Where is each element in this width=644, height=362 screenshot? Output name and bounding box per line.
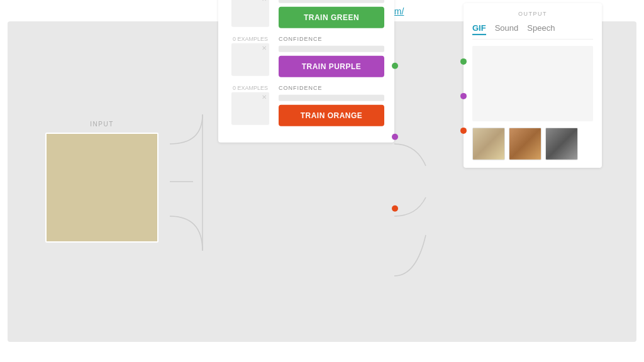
class-thumbnail-purple: ✕ — [231, 43, 269, 76]
class-left-orange: 0 EXAMPLES ✕ — [228, 85, 272, 125]
input-panel: INPUT — [45, 121, 158, 243]
class-right-purple: CONFIDENCE TRAIN PURPLE — [279, 36, 384, 77]
dot-green — [392, 63, 398, 69]
class-right-green: CONFIDENCE TRAIN GREEN — [279, 0, 384, 28]
examples-label-purple: 0 EXAMPLES — [233, 36, 268, 42]
input-image — [45, 133, 158, 243]
dot-out-purple — [460, 93, 467, 99]
output-title: OUTPUT — [472, 11, 593, 17]
close-icon-purple[interactable]: ✕ — [262, 45, 267, 52]
class-row-purple: 0 EXAMPLES ✕ CONFIDENCE TRAIN PURPLE — [228, 36, 384, 77]
dot-out-orange — [460, 128, 467, 134]
dot-out-green — [460, 58, 467, 65]
class-left-green: 0 EXAMPLES ✕ — [228, 0, 272, 27]
dot-purple — [392, 134, 398, 140]
tab-gif[interactable]: GIF — [472, 23, 486, 35]
class-row-orange: 0 EXAMPLES ✕ CONFIDENCE TRAIN ORANGE — [228, 85, 384, 126]
output-tabs: GIF Sound Speech — [472, 23, 593, 40]
confidence-bar-green — [279, 0, 384, 3]
class-thumbnail-orange: ✕ — [231, 92, 269, 125]
class-left-purple: 0 EXAMPLES ✕ — [228, 36, 272, 76]
output-thumbnails — [472, 128, 593, 160]
confidence-bar-orange — [279, 95, 384, 101]
main-area: INPUT LEARNING 0 EXAMPLES ✕ CONFIDENCE T… — [8, 21, 636, 342]
input-label: INPUT — [90, 121, 114, 128]
learning-panel: LEARNING 0 EXAMPLES ✕ CONFIDENCE TRAIN G… — [218, 0, 394, 143]
thumbnail-1 — [472, 128, 505, 160]
class-thumbnail-green: ✕ — [231, 0, 269, 27]
train-green-button[interactable]: TRAIN GREEN — [279, 7, 384, 28]
confidence-bar-purple — [279, 46, 384, 52]
class-row-green: 0 EXAMPLES ✕ CONFIDENCE TRAIN GREEN — [228, 0, 384, 28]
train-purple-button[interactable]: TRAIN PURPLE — [279, 56, 384, 77]
output-display — [472, 46, 593, 121]
confidence-label-orange: CONFIDENCE — [279, 85, 384, 91]
examples-label-orange: 0 EXAMPLES — [233, 85, 268, 91]
train-orange-button[interactable]: TRAIN ORANGE — [279, 105, 384, 126]
class-right-orange: CONFIDENCE TRAIN ORANGE — [279, 85, 384, 126]
confidence-label-purple: CONFIDENCE — [279, 36, 384, 42]
thumbnail-2 — [509, 128, 541, 160]
tab-sound[interactable]: Sound — [495, 23, 519, 35]
close-icon-orange[interactable]: ✕ — [262, 94, 267, 101]
thumbnail-3 — [545, 128, 578, 160]
close-icon-green[interactable]: ✕ — [262, 0, 267, 3]
tab-speech[interactable]: Speech — [527, 23, 555, 35]
output-panel: OUTPUT GIF Sound Speech — [464, 3, 602, 168]
dot-orange — [392, 206, 398, 212]
